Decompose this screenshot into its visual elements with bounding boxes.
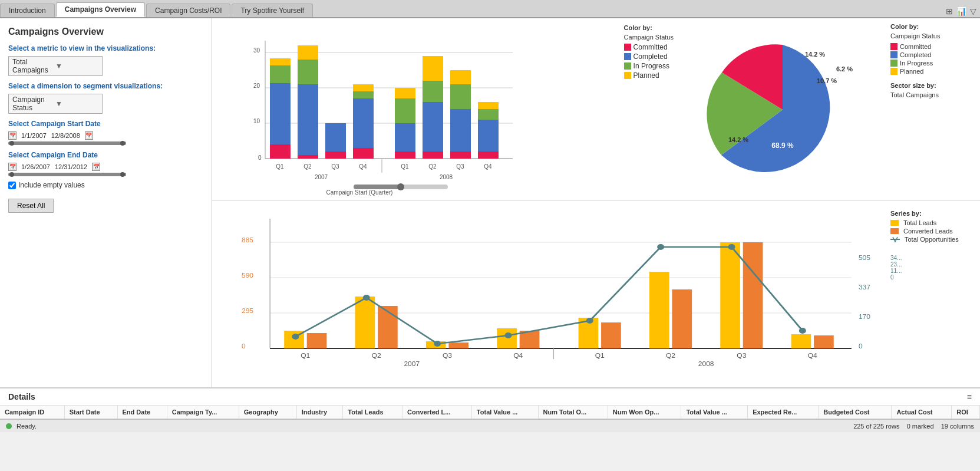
tab-try-spotfire[interactable]: Try Spotfire Yourself xyxy=(232,4,313,17)
include-empty-label: Include empty values xyxy=(18,181,85,189)
in-progress-swatch xyxy=(624,62,631,70)
start-date-from-icon[interactable]: 📅 xyxy=(8,131,17,140)
dimension-label: Select a dimension to segment visualizat… xyxy=(8,82,203,90)
combo-series-label: Series by: xyxy=(890,210,975,217)
svg-text:68.9 %: 68.9 % xyxy=(771,141,794,150)
total-leads-swatch xyxy=(890,220,899,226)
details-header: Details ≡ xyxy=(0,388,980,406)
end-date-slider-right[interactable] xyxy=(120,172,125,177)
start-date-slider-left[interactable] xyxy=(9,141,14,146)
start-date-label: Select Campaign Start Date xyxy=(8,120,203,128)
end-date-slider-left[interactable] xyxy=(9,172,14,177)
bar-2008-q1-committed xyxy=(395,151,415,159)
bar-chart-slider-handle[interactable] xyxy=(397,183,404,190)
left-panel: Campaigns Overview Select a metric to vi… xyxy=(0,18,212,387)
start-date-row: 📅 1/1/2007 12/8/2008 📅 xyxy=(8,131,203,140)
svg-text:2007: 2007 xyxy=(404,361,420,367)
bar-chart-color-by-value: Campaign Status xyxy=(624,34,674,41)
pie-completed-swatch xyxy=(890,51,897,58)
end-date-to-icon[interactable]: 📅 xyxy=(92,163,100,171)
include-empty-row: Include empty values xyxy=(8,181,203,189)
details-menu-icon[interactable]: ≡ xyxy=(967,392,972,401)
svg-text:Q3: Q3 xyxy=(331,163,339,170)
include-empty-checkbox[interactable] xyxy=(8,182,16,189)
pie-legend-planned: Planned xyxy=(890,68,975,75)
combo-legend-total-opps: Total Opportunities xyxy=(890,236,975,243)
line-dot-3 xyxy=(434,341,441,347)
legend-in-progress: In Progress xyxy=(624,62,674,70)
svg-text:Q2: Q2 xyxy=(372,353,381,359)
svg-text:Q1: Q1 xyxy=(276,163,284,170)
bar-chart-color-by-title: Color by: xyxy=(624,24,674,31)
sector-size-label: Sector size by: xyxy=(890,82,975,89)
dimension-dropdown-arrow: ▼ xyxy=(55,100,98,108)
bar-2007-q1-inprogress xyxy=(270,65,291,83)
pie-right-legend: Color by: Campaign Status Committed Comp… xyxy=(886,18,980,200)
tab-campaign-costs[interactable]: Campaign Costs/ROI xyxy=(146,4,230,17)
svg-text:Q3: Q3 xyxy=(443,353,452,359)
svg-text:2007: 2007 xyxy=(315,174,328,180)
svg-text:Q2: Q2 xyxy=(428,163,437,170)
combo-right-y-labels: 34... 23... 11... 0 xyxy=(890,255,975,281)
bar-combo-2007-q3-converted xyxy=(448,342,468,348)
end-date-from-icon[interactable]: 📅 xyxy=(8,163,17,171)
bar-2007-q1-committed xyxy=(270,144,291,159)
start-date-slider-right[interactable] xyxy=(120,141,125,146)
metric-dropdown[interactable]: Total Campaigns ▼ xyxy=(8,56,103,76)
start-date-slider[interactable] xyxy=(8,141,126,145)
bar-2007-q2-completed xyxy=(298,84,318,155)
start-date-to-icon[interactable]: 📅 xyxy=(85,131,93,140)
bar-chart-container: Color by: Campaign Status Committed Comp… xyxy=(212,18,679,200)
combo-chart-legend: Series by: Total Leads Converted Leads T… xyxy=(886,204,980,384)
pie-inprogress-swatch xyxy=(890,60,897,67)
col-roi: ROI xyxy=(952,406,980,419)
bar-chart-slider-fill xyxy=(354,185,401,189)
reset-button[interactable]: Reset All xyxy=(8,199,54,213)
total-opps-line-icon xyxy=(890,236,900,243)
bar-2007-q1-planned xyxy=(270,58,291,65)
col-total-leads: Total Leads xyxy=(343,406,402,419)
status-bar: Ready. 225 of 225 rows 0 marked 19 colum… xyxy=(0,419,980,432)
grid-icon[interactable]: ⊞ xyxy=(946,6,953,16)
panel-title: Campaigns Overview xyxy=(8,27,203,37)
bar-2008-q1-planned xyxy=(395,88,415,98)
svg-text:Campaign Start (Quarter): Campaign Start (Quarter) xyxy=(326,189,393,196)
bar-combo-2008-q3-converted xyxy=(743,242,763,348)
svg-text:Q2: Q2 xyxy=(303,163,312,170)
bar-combo-2007-q2-leads xyxy=(355,297,375,348)
filter-icon[interactable]: ▽ xyxy=(970,6,976,16)
tab-campaigns-overview[interactable]: Campaigns Overview xyxy=(56,2,145,17)
bar-2008-q3-committed xyxy=(450,151,471,159)
status-text: Ready. xyxy=(17,423,37,430)
planned-label: Planned xyxy=(633,71,659,80)
committed-label: Committed xyxy=(633,43,668,51)
svg-text:Q1: Q1 xyxy=(401,163,409,170)
col-campaign-id: Campaign ID xyxy=(0,406,64,419)
bar-combo-2008-q1-converted xyxy=(601,322,621,348)
bar-2008-q4-committed xyxy=(478,151,499,159)
col-expected-rev: Expected Re... xyxy=(748,406,819,419)
line-dot-5 xyxy=(586,318,593,324)
in-progress-label: In Progress xyxy=(633,62,669,70)
dimension-dropdown[interactable]: Campaign Status ▼ xyxy=(8,94,103,114)
bar-combo-2008-q4-leads xyxy=(791,334,811,348)
bar-combo-2008-q3-leads xyxy=(720,242,740,348)
end-date-row: 📅 1/26/2007 12/31/2012 📅 xyxy=(8,163,203,171)
svg-text:Q1: Q1 xyxy=(301,353,310,359)
bar-2007-q4-committed xyxy=(353,148,374,159)
end-date-slider[interactable] xyxy=(8,173,126,176)
tab-introduction[interactable]: Introduction xyxy=(0,4,55,17)
end-date-to: 12/31/2012 xyxy=(55,163,87,170)
bar-2008-q2-committed xyxy=(423,151,443,159)
svg-text:2008: 2008 xyxy=(440,174,453,180)
line-dot-4 xyxy=(504,332,512,338)
bar-chart-legend: Color by: Campaign Status Committed Comp… xyxy=(624,24,674,81)
chart-icon[interactable]: 📊 xyxy=(956,6,966,16)
start-date-to: 12/8/2008 xyxy=(51,132,80,139)
svg-text:337: 337 xyxy=(859,284,870,291)
bar-combo-2008-q2-leads xyxy=(649,272,669,348)
completed-swatch xyxy=(624,53,631,60)
sector-size-value: Total Campaigns xyxy=(890,91,975,98)
bar-2008-q1-completed xyxy=(395,123,415,151)
total-opps-label: Total Opportunities xyxy=(905,236,959,243)
